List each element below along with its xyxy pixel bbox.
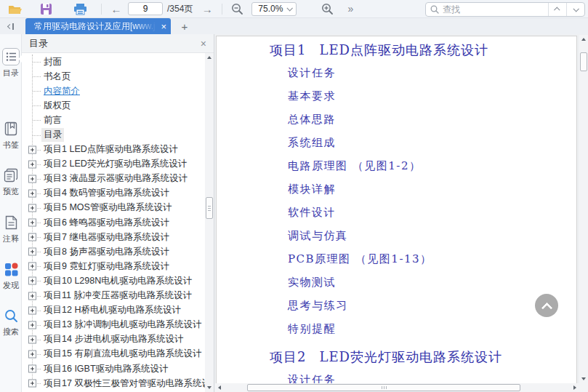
bookmark-item[interactable]: 项目16 IGBT驱动电路系统设计: [22, 361, 205, 376]
panel-scrollbar-thumb[interactable]: [206, 197, 213, 219]
bookmark-label: 项目9 霓虹灯驱动电路系统设计: [44, 260, 169, 273]
bookmark-item[interactable]: 项目13 脉冲调制电机驱动电路系统设计: [22, 318, 205, 332]
bookmark-item[interactable]: 封面: [22, 55, 205, 69]
expand-plus-icon[interactable]: [28, 233, 36, 241]
bookmark-item[interactable]: 项目10 L298N电机驱动电路系统设计: [22, 273, 205, 288]
print-button[interactable]: [71, 1, 89, 17]
expand-plus-icon[interactable]: [28, 335, 36, 343]
bookmark-item[interactable]: 前言: [22, 113, 205, 127]
bookmark-item[interactable]: 项目11 脉冲变压器驱动电路系统设计: [22, 289, 205, 303]
expand-plus-icon[interactable]: [28, 292, 36, 300]
scroll-down-button[interactable]: [205, 383, 214, 392]
document-tab[interactable]: 常用驱动电路设计及应用[www.j ×: [25, 18, 171, 34]
zoom-out-button[interactable]: [228, 1, 246, 17]
panel-title: 目录: [29, 37, 201, 50]
bookmark-label: 项目15 有刷直流电机驱动电路系统设计: [44, 348, 201, 360]
expand-plus-icon[interactable]: [28, 160, 36, 168]
vertical-scrollbar[interactable]: [579, 35, 588, 383]
toc-icon: [6, 52, 17, 62]
toc-entry: 系统组成: [288, 131, 576, 154]
bookmark-item[interactable]: 项目6 蜂鸣器驱动电路系统设计: [22, 215, 205, 230]
bookmark-item[interactable]: 内容简介: [22, 84, 205, 98]
horizontal-scrollbar[interactable]: [215, 383, 579, 392]
scroll-up-button[interactable]: [205, 53, 214, 62]
collapse-sidebar-button[interactable]: [0, 18, 22, 34]
bookmark-item[interactable]: 项目9 霓虹灯驱动电路系统设计: [22, 259, 205, 273]
toc-entry: 设计任务: [288, 61, 576, 84]
bookmark-item[interactable]: 版权页: [22, 98, 205, 113]
sidebar-item-discover[interactable]: 发现: [0, 260, 22, 291]
save-floppy-icon: [40, 3, 52, 15]
sidebar-item-preview[interactable]: 预览: [0, 167, 22, 197]
expand-plus-icon[interactable]: [28, 204, 36, 212]
panel-close-icon[interactable]: ×: [201, 39, 206, 49]
search-next-button[interactable]: [566, 3, 584, 16]
zoom-level-select[interactable]: 75.0%: [251, 2, 297, 16]
bookmark-label: 项目2 LED荧光灯驱动电路系统设计: [44, 158, 187, 170]
bookmark-item[interactable]: 目录: [22, 127, 205, 142]
sidebar-item-bookmarks[interactable]: 书签: [0, 120, 22, 151]
more-tools-button[interactable]: »: [342, 1, 359, 17]
previous-page-button[interactable]: ←: [108, 1, 125, 17]
sidebar-label-search: 搜索: [0, 327, 22, 337]
scroll-up-button[interactable]: [579, 35, 588, 44]
bookmark-label: 项目12 H桥电机驱动电路系统设计: [44, 304, 181, 316]
bookmark-item[interactable]: 书名页: [22, 69, 205, 84]
bookmark-icon: [4, 121, 17, 136]
save-button[interactable]: [37, 1, 55, 17]
page-number-input[interactable]: [128, 2, 163, 15]
close-tab-icon[interactable]: ×: [161, 22, 166, 31]
sidebar-item-search[interactable]: 搜索: [0, 307, 22, 337]
bookmark-item[interactable]: 项目5 MOS管驱动电路系统设计: [22, 201, 205, 215]
toc-entry: 软件设计: [288, 201, 576, 224]
toolbar-separator: [101, 4, 102, 15]
bookmark-item[interactable]: 项目15 有刷直流电机驱动电路系统设计: [22, 347, 205, 361]
bookmark-item[interactable]: 项目14 步进电机驱动电路系统设计: [22, 332, 205, 347]
scroll-right-button[interactable]: [571, 383, 579, 392]
search-icon: [430, 5, 439, 14]
pdf-page: 项目1LED点阵驱动电路系统设计 设计任务 基本要求 总体思路 系统组成: [216, 36, 577, 392]
search-input[interactable]: [443, 4, 548, 15]
bookmark-item[interactable]: 项目7 继电器驱动电路系统设计: [22, 230, 205, 244]
horizontal-scrollbar-thumb[interactable]: [247, 384, 520, 391]
expand-plus-icon[interactable]: [28, 306, 36, 314]
bookmark-item[interactable]: 项目17 双极性三极管对管驱动电路系统设计: [22, 376, 205, 391]
expand-plus-icon[interactable]: [28, 219, 36, 227]
bookmark-item[interactable]: 项目8 扬声器驱动电路系统设计: [22, 244, 205, 259]
expand-plus-icon[interactable]: [28, 380, 36, 388]
tab-bar: 常用驱动电路设计及应用[www.j × +: [0, 18, 588, 34]
scroll-left-button[interactable]: [215, 383, 224, 392]
sidebar-item-annotations[interactable]: 注释: [0, 214, 22, 244]
bookmark-item[interactable]: 项目2 LED荧光灯驱动电路系统设计: [22, 157, 205, 172]
bookmark-item[interactable]: 项目12 H桥电机驱动电路系统设计: [22, 303, 205, 318]
chevron-down-icon: [287, 5, 293, 11]
expand-plus-icon[interactable]: [28, 321, 36, 329]
expand-plus-icon[interactable]: [28, 145, 36, 153]
expand-plus-icon[interactable]: [28, 350, 36, 358]
vertical-scrollbar-thumb[interactable]: [580, 52, 587, 71]
next-page-button[interactable]: →: [198, 1, 216, 17]
bookmark-item[interactable]: 项目1 LED点阵驱动电路系统设计: [22, 143, 205, 157]
bookmark-item[interactable]: 项目3 液晶显示器驱动电路系统设计: [22, 172, 205, 186]
bookmark-item[interactable]: 项目4 数码管驱动电路系统设计: [22, 186, 205, 201]
zoom-in-button[interactable]: [318, 1, 336, 17]
bookmark-label: 项目17 双极性三极管对管驱动电路系统设计: [44, 377, 205, 390]
new-tab-button[interactable]: +: [175, 18, 194, 34]
expand-plus-icon[interactable]: [28, 189, 36, 197]
expand-plus-icon[interactable]: [28, 175, 36, 183]
open-file-button[interactable]: [6, 1, 23, 17]
search-previous-button[interactable]: [548, 3, 566, 16]
bookmark-label: 项目10 L298N电机驱动电路系统设计: [44, 275, 192, 287]
expand-plus-icon[interactable]: [28, 277, 36, 285]
expand-plus-icon[interactable]: [28, 248, 36, 256]
sidebar-label-preview: 预览: [0, 186, 22, 197]
expand-plus-icon[interactable]: [28, 263, 36, 271]
back-to-top-button[interactable]: [535, 294, 558, 317]
panel-scrollbar[interactable]: [205, 53, 214, 392]
chevron-left-icon: [7, 23, 12, 28]
bookmarks-panel: 目录 × 封面 书名页 内: [22, 34, 214, 392]
scroll-down-button[interactable]: [579, 375, 588, 383]
bookmark-label: 前言: [44, 114, 62, 127]
sidebar-item-toc[interactable]: 目录: [0, 48, 22, 79]
expand-plus-icon[interactable]: [28, 365, 36, 373]
